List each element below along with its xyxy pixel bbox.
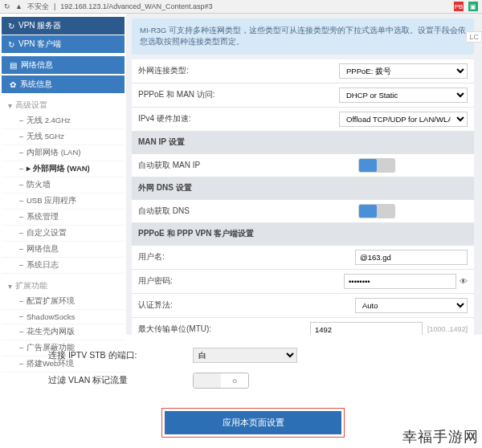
header-ppp: PPPoE 和 PPP VPN 客户端设置 — [132, 223, 474, 246]
refresh-icon[interactable]: ↻ — [4, 2, 10, 10]
ext-item-0[interactable]: 配置扩展环境 — [2, 294, 125, 310]
dash-icon — [19, 201, 23, 202]
watermark: 幸福手游网 — [402, 427, 479, 446]
label-auto-dns: 自动获取 DNS — [138, 206, 267, 217]
label-auth: 认证算法: — [138, 299, 267, 311]
ext-item-1[interactable]: ShadowSocks — [2, 310, 125, 324]
nav-net[interactable]: ▤网络信息 — [2, 56, 125, 74]
select-iptv[interactable]: 白 — [193, 348, 297, 363]
row-auth: 认证算法: Auto — [132, 294, 474, 318]
list-icon: ▤ — [10, 61, 17, 70]
section-ext: ▾扩展功能 — [0, 276, 126, 294]
label-iptv: 连接 IPTV STB 的端口: — [48, 350, 193, 361]
arrow-icon: ↻ — [8, 40, 14, 49]
ext-icon-1[interactable]: PB — [454, 2, 464, 11]
dash-icon — [19, 316, 23, 317]
senior-items: 无线 2.4GHz无线 5GHz内部网络 (LAN)▸ 外部网络 (WAN)防火… — [0, 113, 126, 274]
label-conn: 外网连接类型: — [138, 65, 267, 76]
sidebar-item-3[interactable]: ▸ 外部网络 (WAN) — [2, 161, 125, 177]
row-password: 用户密码: 👁 — [132, 270, 474, 294]
select-ipv4[interactable]: Offload TCP/UDP for LAN/WLAN — [339, 112, 468, 127]
info-banner: MI-R3G 可支持多种连网类型，这些类型可从连接类型旁的下拉式选单中选取。设置… — [132, 18, 474, 55]
security-label: 不安全 — [27, 2, 49, 12]
dash-icon — [19, 217, 23, 218]
row-pppoe-man: PPPoE 和 MAN 访问: DHCP or Static — [132, 83, 474, 108]
sidebar-item-0[interactable]: 无线 2.4GHz — [2, 113, 125, 129]
dash-icon — [19, 153, 23, 153]
select-pppoe-man[interactable]: DHCP or Static — [339, 88, 468, 103]
dash-icon — [19, 233, 23, 234]
row-ipv4: IPv4 硬件加速: Offload TCP/UDP for LAN/WLAN — [132, 108, 474, 132]
lc-badge: LC — [466, 31, 482, 43]
label-auto-man: 自动获取 MAN IP — [138, 160, 267, 171]
toggle-auto-dns[interactable] — [358, 204, 395, 218]
address-bar: ↻ ▲ 不安全 | 192.168.123.1/Advanced_WAN_Con… — [0, 0, 482, 14]
sidebar: ↻VPN 服务器 ↻VPN 客户端 ▤网络信息 ✿系统信息 ▾高级设置 无线 2… — [0, 14, 127, 335]
dash-icon — [19, 136, 23, 137]
dash-icon — [19, 169, 23, 169]
label-user: 用户名: — [138, 251, 267, 263]
vpn-server-tab[interactable]: ↻VPN 服务器 — [2, 17, 125, 35]
select-auth[interactable]: Auto — [355, 298, 468, 313]
row-mtu: 最大传输单位(MTU): [1000..1492] — [132, 318, 474, 336]
row-auto-dns: 自动获取 DNS — [132, 200, 474, 223]
row-conn-type: 外网连接类型: PPPoE: 拨号 — [132, 59, 474, 83]
row-username: 用户名: — [132, 246, 474, 270]
dash-icon — [19, 348, 23, 348]
select-conn-type[interactable]: PPPoE: 拨号 — [339, 63, 468, 79]
dash-icon — [19, 301, 23, 302]
label-pppoe-man: PPPoE 和 MAN 访问: — [138, 89, 267, 100]
input-password[interactable] — [344, 274, 456, 289]
label-ipv4: IPv4 硬件加速: — [138, 113, 267, 124]
toggle-auto-man[interactable] — [358, 158, 395, 173]
sidebar-item-5[interactable]: USB 应用程序 — [2, 193, 125, 210]
content-panel: LC MI-R3G 可支持多种连网类型，这些类型可从连接类型旁的下拉式选单中选取… — [127, 14, 482, 335]
header-dns: 外网 DNS 设置 — [132, 177, 474, 200]
dash-icon — [19, 332, 23, 332]
header-man-ip: MAN IP 设置 — [132, 132, 474, 154]
nav-sys[interactable]: ✿系统信息 — [2, 75, 125, 93]
lock-icon: ▲ — [15, 2, 22, 10]
sidebar-item-4[interactable]: 防火墙 — [2, 177, 125, 193]
sidebar-item-9[interactable]: 系统日志 — [2, 258, 125, 274]
apply-button[interactable]: 应用本页面设置 — [165, 411, 341, 434]
label-mtu: 最大传输单位(MTU): — [138, 324, 267, 335]
dash-icon — [19, 364, 23, 365]
label-pass: 用户密码: — [138, 275, 267, 287]
sidebar-item-2[interactable]: 内部网络 (LAN) — [2, 145, 125, 161]
input-username[interactable] — [355, 250, 468, 265]
sidebar-item-6[interactable]: 系统管理 — [2, 210, 125, 226]
dash-icon — [19, 120, 23, 121]
dash-icon — [19, 265, 23, 266]
arrow-icon: ↻ — [8, 22, 14, 31]
sidebar-item-7[interactable]: 自定义设置 — [2, 226, 125, 242]
eye-icon[interactable]: 👁 — [460, 277, 468, 286]
chevron-down-icon: ▾ — [8, 101, 12, 110]
chevron-down-icon: ▾ — [8, 282, 12, 291]
ext-item-2[interactable]: 花生壳内网版 — [2, 324, 125, 340]
gear-icon: ✿ — [10, 80, 16, 89]
dash-icon — [19, 185, 23, 185]
input-mtu[interactable] — [310, 322, 423, 336]
toggle-vlan[interactable]: ○ — [193, 373, 249, 389]
sidebar-item-8[interactable]: 网络信息 — [2, 242, 125, 258]
section-senior: ▾高级设置 — [0, 96, 126, 113]
dash-icon — [19, 249, 23, 250]
ext-icon-2[interactable]: ▣ — [468, 2, 478, 11]
label-vlan: 过滤 VLAN 标记流量 — [48, 375, 193, 386]
url-text[interactable]: 192.168.123.1/Advanced_WAN_Content.asp#3 — [60, 2, 449, 10]
vpn-client-tab[interactable]: ↻VPN 客户端 — [2, 35, 125, 53]
sidebar-item-1[interactable]: 无线 5GHz — [2, 129, 125, 145]
hint-mtu: [1000..1492] — [427, 325, 468, 333]
row-auto-man: 自动获取 MAN IP — [132, 154, 474, 177]
